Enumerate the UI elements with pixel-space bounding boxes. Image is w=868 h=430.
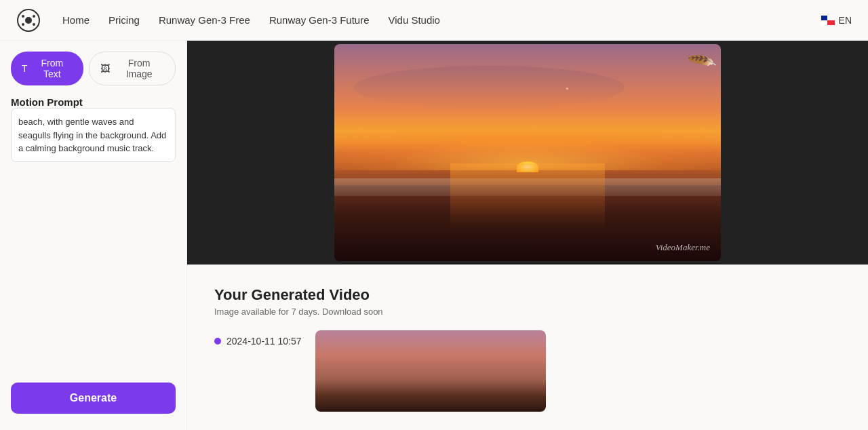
header-right: EN [821, 15, 852, 26]
language-selector[interactable]: EN [821, 15, 852, 26]
sunset-image: 🪶 VideoMaker.me [334, 44, 721, 261]
generated-video-title: Your Generated Video [214, 286, 841, 304]
watermark: VideoMaker.me [656, 242, 710, 253]
tab-from-text[interactable]: T From Text [11, 52, 83, 85]
nav-vidu[interactable]: Vidu Studio [389, 14, 440, 26]
generate-button[interactable]: Generate [11, 383, 176, 414]
generated-video-subtitle: Image available for 7 days. Download soo… [214, 307, 841, 317]
nav-runway-free[interactable]: Runway Gen-3 Free [159, 14, 250, 26]
text-icon: T [22, 63, 28, 74]
language-icon [821, 16, 835, 25]
svg-point-4 [22, 23, 24, 26]
svg-rect-8 [827, 20, 835, 25]
main-content: 🪶 VideoMaker.me Your Generated Video Ima… [187, 41, 868, 430]
nav-runway-future[interactable]: Runway Gen-3 Future [269, 14, 370, 26]
tab-from-image[interactable]: 🖼 From Image [89, 52, 176, 85]
language-label: EN [839, 15, 852, 26]
thumbnail-gradient [315, 330, 546, 412]
header: Home Pricing Runway Gen-3 Free Runway Ge… [0, 0, 868, 41]
sidebar-top: T From Text 🖼 From Image Motion Prompt b… [11, 52, 176, 165]
svg-rect-6 [821, 16, 827, 20]
nav-home[interactable]: Home [62, 14, 90, 26]
svg-point-1 [25, 17, 32, 24]
sun-reflection [450, 163, 605, 229]
image-icon: 🖼 [100, 63, 110, 74]
clouds [354, 66, 625, 109]
svg-rect-7 [827, 16, 835, 20]
hero-section: 🪶 VideoMaker.me [187, 41, 868, 265]
star-dot [566, 87, 568, 90]
motion-prompt-section: Motion Prompt beach, with gentle waves a… [11, 96, 176, 165]
tab-group: T From Text 🖼 From Image [11, 52, 176, 85]
feather-icon: 🪶 [686, 46, 718, 77]
svg-point-3 [33, 15, 35, 18]
date-dot-icon [214, 338, 221, 345]
sunset-background: 🪶 [334, 44, 721, 261]
generated-video-section: Your Generated Video Image available for… [187, 265, 868, 423]
main-nav: Home Pricing Runway Gen-3 Free Runway Ge… [62, 14, 440, 26]
svg-point-5 [33, 23, 35, 26]
video-date: 2024-10-11 10:57 [214, 336, 302, 347]
sidebar: T From Text 🖼 From Image Motion Prompt b… [0, 41, 187, 430]
motion-prompt-input[interactable]: beach, with gentle waves and seagulls fl… [11, 108, 176, 162]
header-left: Home Pricing Runway Gen-3 Free Runway Ge… [16, 8, 440, 33]
video-thumbnail[interactable] [315, 330, 546, 412]
main-layout: T From Text 🖼 From Image Motion Prompt b… [0, 41, 868, 430]
video-entry: 2024-10-11 10:57 [214, 330, 841, 412]
motion-prompt-label: Motion Prompt [11, 96, 176, 108]
svg-rect-9 [821, 20, 827, 25]
nav-pricing[interactable]: Pricing [108, 14, 140, 26]
logo-icon[interactable] [16, 8, 41, 33]
svg-point-2 [22, 15, 24, 18]
